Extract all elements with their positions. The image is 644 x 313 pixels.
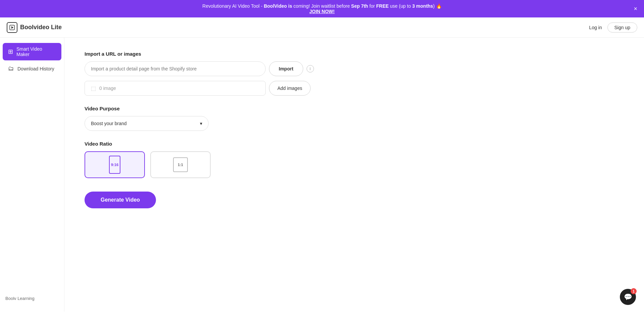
image-row: ⬚ 0 image Add images [85, 81, 624, 96]
ratio-label-9-16: 9:16 [109, 156, 120, 174]
sidebar-item-download-history[interactable]: 🗂 Download History [3, 62, 61, 75]
purpose-section-title: Video Purpose [85, 106, 624, 111]
sidebar-item-label-history: Download History [17, 66, 54, 71]
banner-cta-link[interactable]: JOIN NOW! [309, 9, 334, 14]
add-images-button[interactable]: Add images [269, 81, 311, 96]
signup-button[interactable]: Sign up [607, 22, 637, 33]
purpose-selected-value: Boost your brand [91, 121, 127, 126]
ratio-label-1-1: 1:1 [173, 157, 188, 172]
chat-bubble[interactable]: 💬 1 [620, 289, 636, 305]
main-content: Import a URL or images Import i ⬚ 0 imag… [64, 38, 644, 312]
purpose-section: Video Purpose Boost your brand ▾ [85, 106, 624, 131]
chevron-down-icon: ▾ [200, 121, 202, 126]
login-button[interactable]: Log in [589, 25, 602, 30]
purpose-select[interactable]: Boost your brand ▾ [85, 116, 209, 131]
chat-icon: 💬 [624, 293, 632, 301]
logo: Boolvideo Lite [7, 22, 62, 33]
logo-icon [7, 22, 17, 33]
import-row: Import i [85, 61, 624, 76]
url-input[interactable] [85, 61, 266, 76]
import-section-title: Import a URL or images [85, 51, 624, 57]
generate-video-button[interactable]: Generate Video [85, 192, 156, 208]
sidebar-item-smart-video-maker[interactable]: ⊞ Smart Video Maker [3, 43, 61, 60]
ratio-section: Video Ratio 9:16 1:1 [85, 141, 624, 178]
import-section: Import a URL or images Import i ⬚ 0 imag… [85, 51, 624, 96]
chat-badge: 1 [631, 288, 637, 294]
info-icon[interactable]: i [307, 65, 314, 72]
ratio-card-9-16[interactable]: 9:16 [85, 151, 145, 178]
promo-banner: Revolutionary AI Video Tool - BoolVideo … [0, 0, 644, 17]
smart-video-icon: ⊞ [8, 48, 13, 55]
ratio-section-title: Video Ratio [85, 141, 624, 147]
banner-text: Revolutionary AI Video Tool - BoolVideo … [202, 3, 441, 14]
boolv-learning-label: Boolv Learning [5, 296, 35, 301]
image-placeholder-icon: ⬚ [91, 85, 96, 92]
image-count-label: 0 image [99, 86, 116, 91]
image-input-display[interactable]: ⬚ 0 image [85, 81, 266, 96]
logo-text: Boolvideo Lite [20, 24, 62, 31]
svg-marker-1 [11, 26, 13, 29]
sidebar-item-label-smart: Smart Video Maker [16, 46, 56, 57]
ratio-options: 9:16 1:1 [85, 151, 624, 178]
layout: ⊞ Smart Video Maker 🗂 Download History B… [0, 38, 644, 312]
download-history-icon: 🗂 [8, 65, 14, 72]
header: Boolvideo Lite Log in Sign up [0, 17, 644, 38]
ratio-card-1-1[interactable]: 1:1 [150, 151, 211, 178]
sidebar-nav: ⊞ Smart Video Maker 🗂 Download History [0, 43, 64, 75]
import-button[interactable]: Import [269, 61, 303, 76]
banner-close-button[interactable]: × [634, 5, 637, 12]
sidebar: ⊞ Smart Video Maker 🗂 Download History B… [0, 38, 64, 312]
header-actions: Log in Sign up [589, 22, 637, 33]
sidebar-bottom: Boolv Learning [0, 291, 64, 306]
